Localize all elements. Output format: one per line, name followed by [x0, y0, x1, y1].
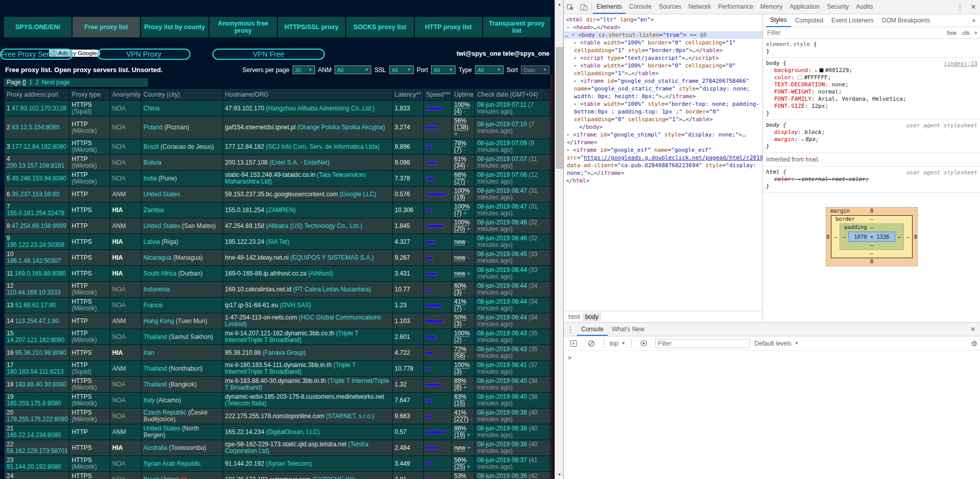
- breadcrumb-body[interactable]: body: [583, 313, 601, 321]
- proxy-address-link[interactable]: 177.12.84.182:8080: [12, 143, 66, 150]
- country-link[interactable]: Indonesia: [144, 286, 170, 293]
- org-link[interactable]: (Entel S.A. - EntelNet): [269, 159, 329, 166]
- proxy-address-link[interactable]: 155.0.181.254:32478: [7, 210, 64, 217]
- uptime-link[interactable]: 100% (3): [454, 361, 470, 375]
- country-link[interactable]: Poland: [144, 124, 162, 131]
- devtools-tab-memory[interactable]: Memory: [757, 0, 786, 14]
- country-link[interactable]: Syrian Arab Republic: [144, 460, 201, 467]
- org-link[interactable]: (Hangzhou Alibaba Advertising Co.,Ltd.): [266, 105, 375, 112]
- button-vpn-proxy[interactable]: VPN Proxy: [97, 49, 190, 60]
- org-link[interactable]: (ZAMREN): [266, 207, 296, 214]
- next-page-link[interactable]: Next page: [42, 79, 70, 86]
- color-swatch[interactable]: [798, 75, 802, 80]
- styles-toggle-cls[interactable]: .cls: [961, 30, 970, 36]
- devtools-close-icon[interactable]: ✕: [967, 1, 980, 14]
- device-toolbar-icon[interactable]: [577, 1, 590, 14]
- expand-arrow-icon[interactable]: ▸: [574, 100, 580, 108]
- expand-arrow-icon[interactable]: ▸: [574, 39, 580, 47]
- uptime-link[interactable]: 56% (25): [454, 457, 466, 470]
- tree-node[interactable]: </body>: [564, 123, 762, 131]
- proxy-address-link[interactable]: 47.93.102.170:3128: [12, 105, 66, 112]
- country-link[interactable]: Thailand: [144, 365, 167, 372]
- country-link[interactable]: China: [144, 105, 159, 112]
- uptime-link[interactable]: 63% (15): [454, 393, 466, 407]
- uptime-link[interactable]: 61% (34): [454, 155, 466, 169]
- scroll-up-icon[interactable]: ▲: [555, 0, 564, 9]
- tree-node[interactable]: ▸<head>…</head>: [564, 24, 762, 31]
- country-link[interactable]: Italy: [144, 397, 155, 404]
- inspect-element-icon[interactable]: [564, 1, 577, 14]
- styles-toggle-hov[interactable]: :hov: [946, 30, 957, 36]
- org-link[interactable]: (EXTREME WI): [312, 476, 355, 479]
- devtools-tab-sources[interactable]: Sources: [655, 0, 685, 14]
- org-link[interactable]: (Alibaba (US) Technology Co., Ltd.): [266, 222, 363, 230]
- org-link[interactable]: (STARNET, s.r.o.): [326, 413, 374, 420]
- site-tab-socks-proxy-list[interactable]: SOCKS proxy list: [346, 17, 414, 37]
- log-levels-dropdown[interactable]: Default levels ▼: [755, 340, 799, 347]
- tree-node[interactable]: ▸<iframe id="google_osd_static_frame_278…: [564, 77, 762, 100]
- org-link[interactable]: (Afrihost): [308, 270, 333, 277]
- console-prompt[interactable]: >: [564, 351, 980, 361]
- devtools-tab-console[interactable]: Console: [626, 0, 655, 14]
- console-close-icon[interactable]: ✕: [970, 326, 980, 333]
- country-link[interactable]: Australia: [144, 444, 168, 451]
- more-tabs-icon[interactable]: »: [972, 17, 977, 24]
- country-link[interactable]: France: [144, 302, 162, 309]
- org-link[interactable]: (Google LLC): [340, 191, 376, 198]
- devtools-tab-elements[interactable]: Elements: [593, 0, 626, 14]
- devtools-tab-security[interactable]: Security: [823, 0, 852, 14]
- uptime-link[interactable]: new: [454, 238, 465, 245]
- console-tab-what-s-new[interactable]: What's New: [608, 323, 649, 336]
- country-link[interactable]: United States: [144, 425, 180, 432]
- expand-arrow-icon[interactable]: ▸: [574, 62, 580, 70]
- org-link[interactable]: (SCJ Info Com. Serv. de Informatica Ltda…: [266, 143, 380, 150]
- uptime-link[interactable]: 41% (227): [454, 409, 468, 423]
- proxy-address-link[interactable]: 83.12.5.154:8080: [12, 124, 59, 131]
- devtools-tab-network[interactable]: Network: [685, 0, 714, 14]
- filter-select-ssl[interactable]: All▼: [389, 65, 414, 74]
- site-tab-transparent-proxy-list[interactable]: Transparent proxy list: [483, 17, 551, 37]
- uptime-link[interactable]: new: [454, 254, 465, 261]
- proxy-address-link[interactable]: 47.254.69.158:9999: [12, 222, 66, 230]
- filter-select-port[interactable]: All▼: [431, 65, 456, 74]
- style-property[interactable]: background: ▸#001229;: [766, 67, 977, 74]
- style-property[interactable]: FONT-FAMILY: Arial, Verdana, Helvetica;: [766, 96, 977, 103]
- uptime-link[interactable]: 56% (138): [454, 117, 468, 131]
- button-vpn-free[interactable]: VPN Free: [212, 49, 325, 60]
- styles-tab-computed[interactable]: Computed: [791, 14, 827, 27]
- country-link[interactable]: Brazil: [144, 143, 159, 150]
- tree-node[interactable]: ▸<iframe id="google_shimpl" style="displ…: [564, 131, 762, 146]
- console-settings-gear-icon[interactable]: ⚙: [971, 339, 977, 348]
- console-menu-icon[interactable]: ⋮: [564, 325, 577, 333]
- styles-toggle-[interactable]: +: [974, 30, 977, 36]
- proxy-address-link[interactable]: 35.237.153.59:80: [12, 191, 59, 198]
- expand-arrow-icon[interactable]: ▸: [574, 54, 580, 62]
- filter-select-anm[interactable]: All▼: [334, 65, 371, 74]
- org-link[interactable]: (Syrian Telecom): [266, 460, 312, 467]
- clear-console-icon[interactable]: [585, 337, 598, 350]
- inherited-node-link[interactable]: html: [805, 156, 819, 163]
- proxy-address-link[interactable]: 195.122.23.24:30356: [7, 241, 64, 248]
- site-tab-spys-one-en[interactable]: SPYS.ONE/EN/: [4, 17, 71, 37]
- devtools-tab-application[interactable]: Application: [786, 0, 823, 14]
- proxy-address-link[interactable]: 51.68.61.17:80: [15, 302, 56, 309]
- proxy-address-link[interactable]: 165.22.14.234:8080: [7, 431, 61, 439]
- uptime-link[interactable]: 100% (4): [454, 101, 470, 115]
- proxy-address-link[interactable]: 110.44.169.10:3333: [7, 289, 61, 296]
- style-property[interactable]: FONT-WEIGHT: normal;: [766, 88, 977, 96]
- uptime-link[interactable]: 72% (58): [454, 346, 466, 359]
- filter-select-servers-per-page[interactable]: 30▼: [293, 65, 315, 74]
- devtools-tab-performance[interactable]: Performance: [714, 0, 757, 14]
- proxy-address-link[interactable]: 14.207.121.182:8080: [7, 336, 64, 344]
- org-link[interactable]: (PT Cakra Lintas Nusantara): [293, 286, 371, 293]
- country-link[interactable]: Hong Kong: [144, 317, 174, 325]
- filter-select-sort[interactable]: Date▼: [521, 65, 549, 74]
- expand-arrow-icon[interactable]: ▸: [801, 137, 804, 142]
- site-tab-https-ssl-proxy[interactable]: HTTPS/SSL proxy: [278, 17, 345, 37]
- site-tab-anonymous-free-proxy[interactable]: Anonymous free proxy: [209, 17, 277, 37]
- expand-arrow-icon[interactable]: ▸: [567, 24, 572, 31]
- uptime-link[interactable]: 100% (2): [454, 330, 470, 344]
- tree-node[interactable]: ▸<table width="100%" border="0" cellspac…: [564, 39, 762, 54]
- expand-arrow-icon[interactable]: ▸: [567, 146, 572, 154]
- proxy-address-link[interactable]: 183.88.40.30:8080: [15, 381, 66, 388]
